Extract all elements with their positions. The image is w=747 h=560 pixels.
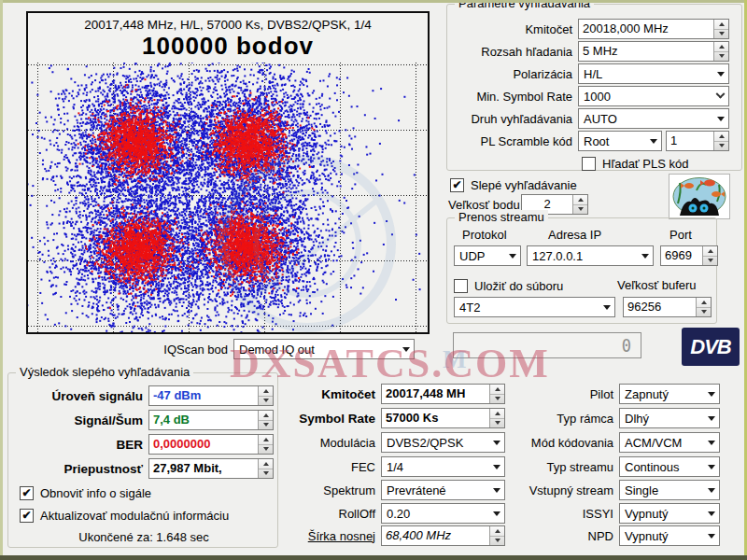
npd-label: NPD — [493, 529, 619, 543]
port-spinner[interactable]: 6969 — [660, 245, 718, 266]
device-select[interactable]: 4T2 — [454, 297, 615, 317]
search-params-title: Parametre vyhľadávania — [455, 0, 594, 10]
search-type-label: Druh vyhľadávania — [451, 112, 578, 126]
dropdown-arrow-icon[interactable] — [703, 457, 719, 476]
rolloff-select[interactable]: 0.20 — [381, 503, 505, 524]
spin-buttons-icon[interactable] — [713, 20, 728, 38]
pilot-label: Pilot — [493, 387, 619, 401]
npd-value: Vypnutý — [620, 529, 703, 543]
protocol-select[interactable]: UDP — [454, 245, 521, 266]
iqscan-value: Demod IQ out — [234, 343, 398, 357]
rolloff-row: RollOff 0.20 — [250, 502, 505, 525]
buffer-size-label: Veľkosť buferu — [617, 276, 697, 295]
stream-type-label: Typ streamu — [493, 460, 619, 474]
symbol-rate-spinner[interactable]: 57000 Ks — [381, 408, 505, 428]
search-range-row: Rozsah hľadania 5 MHz — [451, 40, 737, 63]
min-symbol-rate-combo[interactable]: 1000 — [578, 86, 729, 106]
search-type-select[interactable]: AUTO — [578, 108, 729, 129]
throughput-label: Priepustnosť — [12, 462, 148, 476]
iqscan-select[interactable]: Demod IQ out — [233, 339, 415, 359]
pilot-value: Zapnutý — [620, 387, 703, 401]
update-modinfo-label: Aktualizovať modulačnú informáciu — [40, 509, 229, 523]
pls-code-spinner[interactable]: 1 — [666, 131, 729, 151]
dropdown-arrow-icon[interactable] — [712, 109, 728, 128]
spin-buttons-icon[interactable] — [713, 42, 728, 61]
pls-mode-select[interactable]: Root — [578, 131, 662, 151]
ip-address-select[interactable]: 127.0.0.1 — [527, 245, 654, 266]
refresh-info-row: ✔ Obnoviť info o sigále — [20, 482, 151, 504]
tuner-frequency-spinner[interactable]: 20017,448 MH — [381, 384, 505, 404]
pls-find-checkbox[interactable] — [582, 157, 596, 171]
signal-level-value: -47 dBm — [149, 386, 258, 405]
protocol-header: Protokol — [462, 226, 507, 245]
snr-label: Signál/Šum — [12, 413, 148, 427]
ip-address-value: 127.0.0.1 — [528, 249, 637, 263]
update-modinfo-checkbox[interactable]: ✔ — [20, 509, 34, 523]
spin-buttons-icon[interactable] — [702, 246, 717, 265]
fec-value: 1/4 — [382, 460, 488, 474]
blind-scan-checkbox[interactable]: ✔ — [450, 178, 464, 192]
search-range-value: 5 MHz — [579, 42, 713, 61]
issyi-select[interactable]: Vypnutý — [619, 503, 720, 524]
dropdown-arrow-icon[interactable] — [703, 504, 719, 523]
search-range-spinner[interactable]: 5 MHz — [578, 41, 729, 62]
input-stream-select[interactable]: Single — [619, 480, 720, 500]
fec-row: FEC 1/4 — [250, 455, 505, 478]
window-border-top — [0, 0, 747, 3]
frame-type-label: Typ rámca — [493, 412, 619, 426]
polarization-select[interactable]: H/L — [578, 63, 729, 84]
spin-buttons-icon[interactable] — [696, 298, 711, 316]
buffer-size-spinner[interactable]: 96256 — [623, 297, 712, 317]
issyi-label: ISSYI — [493, 507, 619, 521]
spin-buttons-icon[interactable] — [572, 195, 587, 214]
dropdown-arrow-icon[interactable] — [645, 132, 661, 150]
signal-level-label: Úroveň signálu — [12, 389, 148, 403]
coding-mode-row: Mód kódovania ACM/VCM — [493, 431, 720, 454]
npd-select[interactable]: Vypnutý — [619, 525, 720, 546]
coding-mode-select[interactable]: ACM/VCM — [619, 432, 720, 453]
fec-label: FEC — [250, 460, 381, 474]
refresh-info-checkbox[interactable]: ✔ — [20, 486, 34, 500]
pilot-select[interactable]: Zapnutý — [619, 384, 720, 404]
modulation-select[interactable]: DVBS2/QPSK — [381, 432, 505, 453]
blind-scan-label: Slepé vyhľadávanie — [471, 178, 577, 192]
finished-row: Ukončené za: 1.648 sec — [8, 525, 279, 548]
ber-row: BER 0,0000000 — [12, 433, 275, 455]
chevron-down-icon[interactable] — [712, 87, 728, 105]
min-symbol-rate-label: Min. Symbol Rate — [451, 90, 578, 104]
dropdown-arrow-icon[interactable] — [599, 298, 614, 316]
dropdown-arrow-icon[interactable] — [504, 246, 520, 265]
stream-transfer-title: Prenos streamu — [455, 210, 548, 224]
search-params-group: Parametre vyhľadávania Kmitočet 20018,00… — [446, 4, 742, 171]
stream-type-select[interactable]: Continous — [619, 456, 720, 477]
signal-level-row: Úroveň signálu -47 dBm — [12, 385, 275, 407]
stream-transfer-group: Prenos streamu Protokol Adresa IP Port U… — [446, 217, 717, 324]
snr-value: 7,4 dB — [149, 411, 258, 429]
frame-type-select[interactable]: Dlhý — [619, 408, 720, 428]
dropdown-arrow-icon[interactable] — [712, 64, 728, 83]
ip-header: Adresa IP — [548, 226, 601, 245]
frequency-spinner[interactable]: 20018,000 MHz — [578, 19, 729, 39]
dropdown-arrow-icon[interactable] — [398, 340, 414, 358]
bandwidth-label: Šírka nosnej — [250, 529, 381, 543]
min-symbol-rate-value: 1000 — [579, 90, 712, 104]
save-to-file-checkbox[interactable] — [454, 279, 468, 293]
tuner-frequency-value: 20017,448 MH — [382, 385, 489, 403]
issyi-value: Vypnutý — [620, 507, 703, 521]
window-border-bottom — [0, 555, 747, 560]
npd-row: NPD Vypnutý — [493, 525, 720, 547]
fec-select[interactable]: 1/4 — [381, 456, 505, 477]
dropdown-arrow-icon[interactable] — [703, 409, 719, 427]
bandwidth-spinner[interactable]: 68,400 MHz — [381, 525, 505, 546]
spin-buttons-icon[interactable] — [713, 132, 728, 150]
dropdown-arrow-icon[interactable] — [703, 385, 719, 403]
spectrum-select[interactable]: Prevrátené — [381, 480, 505, 500]
dropdown-arrow-icon[interactable] — [637, 246, 653, 265]
dropdown-arrow-icon[interactable] — [703, 481, 719, 499]
dropdown-arrow-icon[interactable] — [703, 433, 719, 452]
frame-type-row: Typ rámca Dlhý — [493, 407, 720, 429]
search-type-value: AUTO — [579, 112, 712, 126]
coding-mode-value: ACM/VCM — [620, 436, 703, 450]
pls-label: PL Scramble kód — [451, 134, 578, 148]
dropdown-arrow-icon[interactable] — [703, 526, 719, 545]
